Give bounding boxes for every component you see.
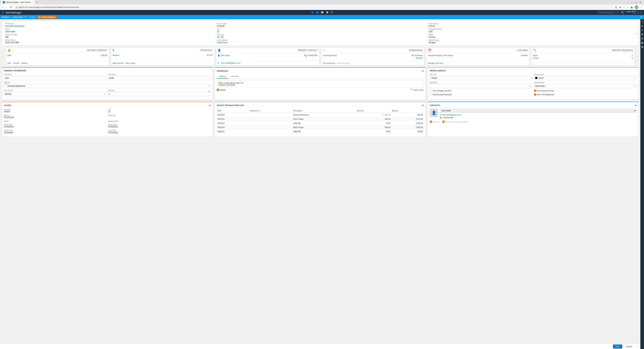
close-window-icon[interactable]: ✕ [640,1,641,4]
person-add-icon[interactable]: 👥 [316,11,318,14]
unittype-link[interactable]: 1B / 1B [217,36,423,38]
phone-icon: 📞 [304,54,307,56]
dont-accept-checks-checkbox[interactable]: ✓ [534,90,536,92]
maximize-icon[interactable]: ▢ [635,1,637,4]
right-rail: ? ★ ≡ ⧉ ✉ ▤ 🗑 [640,19,644,349]
tiles-next-icon[interactable]: › [636,48,639,65]
cancel-button[interactable]: Cancel [624,344,634,348]
show-statement-checkbox[interactable]: ✓ [442,121,444,123]
reload-icon[interactable]: ⟳ [10,6,12,9]
unit-link[interactable]: 10 [217,31,423,33]
note-icon[interactable]: ▤ [641,42,643,44]
new-tab-button[interactable]: + [34,1,39,4]
search-icon[interactable]: 🔍 [24,16,27,18]
bookmark-icon[interactable]: ☆ [626,6,628,9]
info-icon[interactable]: ⓘ [331,11,333,14]
add-charge-link[interactable]: Add Charge [126,62,135,64]
gear-icon[interactable]: ⚙ [640,11,642,14]
tab-alternate[interactable]: Alternate [228,74,241,79]
tab-close-icon[interactable]: × [32,1,33,4]
collapse-icon[interactable]: ⌄ [635,32,637,35]
contact-name-select[interactable]: John Smith [440,109,636,113]
home-icon[interactable]: 🏠 [326,11,328,14]
install-icon[interactable]: ⊞ [619,6,621,9]
table-row[interactable]: 03/23/22Payment Received-1,500.00875.00 [217,113,424,117]
sidepanel-icon[interactable]: ▣ [630,6,633,9]
subsidies-select[interactable] [430,84,532,88]
table-row[interactable]: 03/01/22Utility Bill75.00700.00 [217,129,424,134]
agent-link[interactable]: Alexis Rose [217,41,423,44]
expand-icon[interactable]: ⧉ [422,70,424,72]
last-name-input[interactable] [108,76,211,80]
first-name-input[interactable] [4,76,106,80]
help-icon[interactable]: ? [642,21,643,23]
refund-link[interactable]: Refund [22,62,27,64]
expand-icon[interactable]: ⧉ [422,104,424,107]
view-map-link[interactable]: 📍View on Map [410,89,424,91]
tax-type-select[interactable]: <None> [430,76,532,80]
pager[interactable]: ‹ 6 of 8 › [29,16,36,18]
expand-icon[interactable]: ⧉ [635,104,636,107]
list-icon[interactable]: ≡ [642,29,643,32]
run-screening-link[interactable]: Run Screening [323,62,335,64]
prev-icon[interactable]: ‹ [29,16,30,18]
rent-period-select[interactable]: Monthly [4,92,106,96]
search-icon[interactable]: 🔍 [620,11,625,14]
hamburger-icon[interactable]: ☰ [2,11,4,14]
contact-email-link[interactable]: john.smith@yahoo.com [442,114,462,116]
menu-icon[interactable]: ⋮ [640,6,643,9]
profile-avatar[interactable]: J [635,6,638,9]
back-icon[interactable]: ← [1,6,4,9]
dont-accept-payments-checkbox[interactable] [430,93,432,96]
tab-primary[interactable]: Primary [217,74,228,79]
share-icon[interactable]: ⤴ [623,6,624,9]
override-link[interactable]: Override [416,57,423,59]
save-button[interactable]: Save [613,344,622,348]
building-icon[interactable]: 🏢 [321,11,324,14]
oldest-value: 35 days [429,41,635,44]
open-count[interactable]: 2 [632,54,633,56]
trash-icon[interactable]: 🗑 [641,46,643,48]
add-link[interactable]: Add [8,62,11,64]
property-link[interactable]: Riverview Apartments [5,25,212,27]
property-select[interactable]: Riverview Apartments [4,84,210,88]
forward-icon[interactable]: → [6,6,8,9]
address-bar[interactable]: 🔒 jhat12.rmx.rentmanager.com/#/tenants/5… [14,5,613,9]
email-link[interactable]: john.smith@yahoo.com [221,62,240,64]
add-payment-link[interactable]: Add Payment [112,62,124,64]
table-row[interactable]: 03/01/22Rent Charge800.001,500.00 [217,125,424,129]
dont-print-statement-checkbox[interactable]: ✓ [534,93,536,96]
copy-icon[interactable]: ⧉ [642,33,643,36]
filter-pill[interactable]: ⚙ 1 Filters Applied × [38,16,56,19]
primary-checkbox[interactable]: ✓ [430,121,432,123]
transfer-link[interactable]: Transfer [13,62,20,64]
key-icon[interactable]: ⚿ [615,6,617,9]
command-search-input[interactable] [598,11,619,14]
footer-bar: Save Cancel ⌄ [0,344,640,349]
address-box[interactable]: 1492 Loveland Road Unit # 10 Loveland, O… [217,81,424,87]
expand-icon[interactable]: ⧉ [209,104,210,107]
closed-count[interactable]: 0 [632,57,633,59]
display-color-select[interactable]: Default [534,76,637,80]
person-icon[interactable]: 👤 [311,11,314,14]
refresh-icon[interactable]: ⟳ [640,16,642,19]
leasing-agent-select[interactable]: Alexis Rose [534,84,637,88]
apps-icon[interactable]: ⊞ [637,11,639,14]
star-icon[interactable]: ★ [641,25,643,27]
table-row[interactable]: 03/01/22Rent Charge800.002,375.00 [217,117,424,121]
browser-tab[interactable]: ⌂ Tenant Details - John Smith × [1,0,34,5]
next-icon[interactable]: › [35,16,36,18]
footer-chevron-icon[interactable]: ⌄ [637,345,638,348]
table-row[interactable]: 03/01/22Utility Bill75.001,575.00 [217,121,424,125]
minimize-icon[interactable]: — [631,1,633,4]
manage-late-fees-link[interactable]: Manage Late Fees [428,62,443,64]
contact-name-link[interactable]: John Smith [220,54,230,56]
dont-charge-late-checkbox[interactable] [430,90,432,92]
due-day-input[interactable] [108,92,211,96]
calendar-icon[interactable]: 🗓 [208,90,210,93]
mail-icon[interactable]: ✉ [641,37,643,40]
filter-close-icon[interactable]: × [54,16,56,18]
chevron-down-icon[interactable]: ⌄ [626,1,628,4]
default-checkbox[interactable]: ✓ [217,89,219,91]
tiles-prev-icon[interactable]: ‹ [2,48,4,65]
